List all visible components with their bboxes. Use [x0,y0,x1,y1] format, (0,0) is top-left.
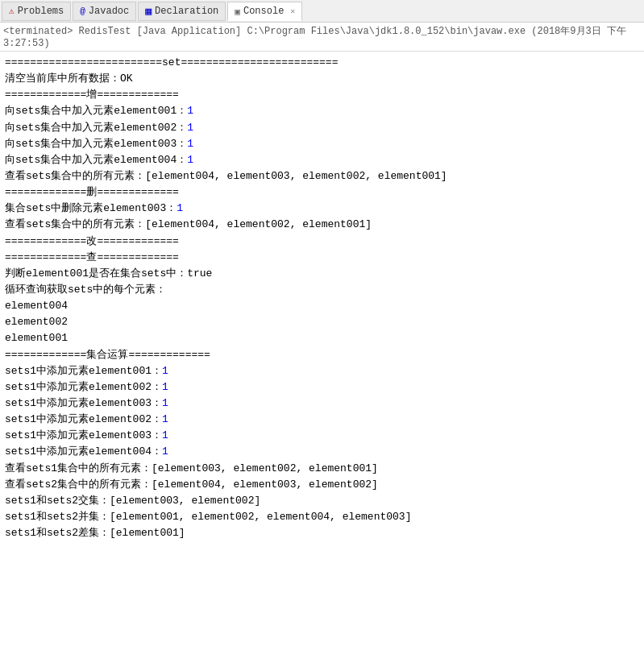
tab-console-label: Console [243,6,284,17]
status-bar: <terminated> RedisTest [Java Application… [0,23,644,52]
javadoc-icon: @ [80,6,85,16]
console-line: element002 [5,314,639,330]
tab-bar: ⚠ Problems @ Javadoc ▦ Declaration ▣ Con… [0,0,644,23]
console-line: =============删============= [5,184,639,201]
console-line: =============增============= [5,87,639,103]
console-line: 判断element001是否在集合sets中：true [5,266,639,282]
tab-problems[interactable]: ⚠ Problems [2,2,71,21]
console-line: element004 [5,298,639,314]
console-line: =============改============= [5,234,639,250]
console-line: 查看sets1集合中的所有元素：[element003, element002,… [5,461,639,477]
console-line: =========================set============… [5,55,639,71]
tab-javadoc[interactable]: @ Javadoc [73,2,136,21]
console-line: sets1和sets2差集：[element001] [5,525,639,541]
console-line: sets1中添加元素element004：1 [5,444,639,460]
console-line: 集合sets中删除元素element003：1 [5,201,639,217]
console-line: sets1中添加元素element002：1 [5,379,639,396]
console-line: 向sets集合中加入元素element004：1 [5,152,639,168]
console-line: 循环查询获取sets中的每个元素： [5,282,639,298]
console-line: element001 [5,330,639,346]
console-line: sets1中添加元素element003：1 [5,428,639,444]
console-line: 向sets集合中加入元素element001：1 [5,103,639,119]
console-line: 向sets集合中加入元素element003：1 [5,136,639,152]
console-line: 清空当前库中所有数据：OK [5,71,639,87]
declaration-icon: ▦ [145,5,152,18]
console-line: sets1中添加元素element003：1 [5,396,639,412]
console-line: 查看sets集合中的所有元素：[element004, element003, … [5,168,639,184]
tab-problems-label: Problems [18,6,64,17]
console-output: =========================set============… [0,52,644,545]
console-icon: ▣ [235,6,240,17]
console-line: =============查============= [5,250,639,266]
console-line: sets1中添加元素element001：1 [5,363,639,379]
console-close-icon[interactable]: ✕ [290,6,295,16]
tab-declaration[interactable]: ▦ Declaration [138,2,226,21]
console-line: 查看sets集合中的所有元素：[element004, element002, … [5,217,639,233]
console-line: 向sets集合中加入元素element002：1 [5,120,639,136]
status-text: <terminated> RedisTest [Java Application… [3,26,626,49]
console-line: 查看sets2集合中的所有元素：[element004, element003,… [5,477,639,493]
console-line: =============集合运算============= [5,347,639,363]
tab-console[interactable]: ▣ Console ✕ [227,2,302,21]
problems-icon: ⚠ [9,6,15,16]
console-line: sets1和sets2交集：[element003, element002] [5,493,639,509]
console-line: sets1和sets2并集：[element001, element002, e… [5,509,639,525]
tab-declaration-label: Declaration [155,6,218,17]
tab-javadoc-label: Javadoc [89,6,129,17]
console-line: sets1中添加元素element002：1 [5,412,639,428]
